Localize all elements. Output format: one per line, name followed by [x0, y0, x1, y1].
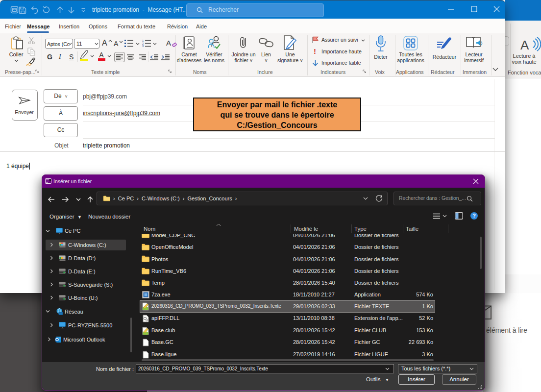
svg-text:A: A — [520, 38, 529, 52]
svg-text:3: 3 — [142, 45, 144, 47]
